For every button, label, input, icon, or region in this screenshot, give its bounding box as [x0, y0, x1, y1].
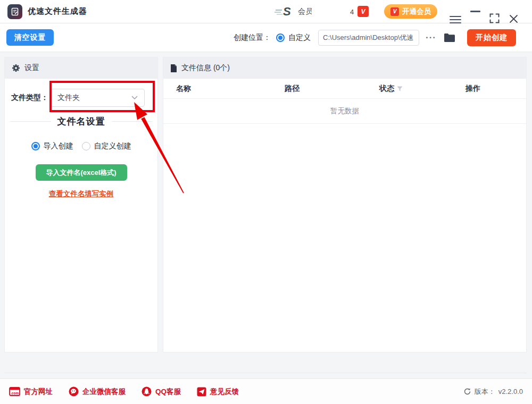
- gear-icon: [12, 64, 20, 72]
- custom-create-label: 自定义创建: [94, 141, 131, 151]
- footer-bar: .com 官方网址 企业微信客服 QQ客服 意见反馈: [0, 378, 532, 404]
- custom-location-radio[interactable]: [276, 33, 285, 42]
- start-create-button[interactable]: 开始创建: [467, 29, 516, 46]
- filter-funnel-icon[interactable]: [397, 86, 403, 91]
- bottom-divider: [4, 373, 527, 373]
- settings-panel-header: 设置: [5, 57, 157, 79]
- maximize-button[interactable]: [489, 6, 500, 30]
- column-header-status: 状态: [367, 84, 458, 94]
- settings-panel: 设置 文件类型： 文件夹 文件名设置 导入创建 自定义创建: [4, 57, 158, 352]
- version-info: 版本：v2.2.0.0: [463, 387, 523, 397]
- import-create-radio-circle[interactable]: [31, 142, 40, 150]
- custom-create-radio[interactable]: 自定义创建: [82, 141, 131, 151]
- titlebar: 优速文件生成器 S 会员 4 V V 开通会员: [0, 0, 532, 23]
- file-type-select[interactable]: 文件夹: [51, 89, 145, 107]
- settings-header-label: 设置: [24, 63, 39, 73]
- file-info-panel: 文件信息 (0个) 名称 路径 状态 操作 暂无数据: [163, 57, 527, 352]
- svg-text:S: S: [283, 5, 291, 18]
- file-info-label: 文件信息 (0个): [181, 63, 230, 73]
- membership-marquee-text: 会员: [298, 0, 312, 23]
- document-icon: [170, 64, 177, 72]
- view-example-link[interactable]: 查看文件名填写实例: [5, 189, 157, 199]
- column-header-path: 路径: [272, 84, 367, 94]
- window-title: 优速文件生成器: [28, 6, 87, 16]
- website-icon: .com: [9, 387, 20, 396]
- column-header-actions: 操作: [458, 84, 526, 94]
- qq-icon: [142, 386, 152, 397]
- file-type-row: 文件类型： 文件夹: [11, 89, 157, 107]
- open-folder-icon[interactable]: [444, 33, 455, 43]
- svg-text:.com: .com: [11, 391, 19, 395]
- speed-logo-icon: S: [275, 0, 296, 23]
- version-value: v2.2.0.0: [498, 388, 523, 395]
- chevron-down-icon: [131, 96, 138, 100]
- target-path-input[interactable]: [318, 30, 419, 46]
- file-type-label: 文件类型：: [11, 93, 48, 103]
- feedback-link[interactable]: 意见反馈: [197, 387, 239, 397]
- qq-service-link[interactable]: QQ客服: [142, 386, 181, 397]
- import-filenames-button[interactable]: 导入文件名(excel格式): [36, 164, 127, 181]
- feedback-icon: [197, 387, 206, 397]
- column-header-name: 名称: [163, 84, 272, 94]
- create-mode-radios: 导入创建 自定义创建: [5, 141, 157, 151]
- open-vip-button[interactable]: V 开通会员: [384, 4, 437, 19]
- import-create-radio[interactable]: 导入创建: [31, 141, 73, 151]
- filename-section-title: 文件名设置: [57, 115, 105, 128]
- refresh-icon[interactable]: [463, 388, 471, 395]
- wechat-icon: [69, 386, 79, 397]
- vip-icon: V: [390, 7, 399, 16]
- minimize-button[interactable]: [470, 11, 480, 12]
- app-logo-icon: [7, 4, 22, 19]
- clear-settings-button[interactable]: 清空设置: [6, 29, 54, 46]
- file-table-header: 名称 路径 状态 操作: [163, 79, 526, 99]
- file-type-selected-value: 文件夹: [57, 93, 131, 103]
- custom-create-radio-circle[interactable]: [82, 142, 90, 150]
- close-button[interactable]: [509, 7, 518, 30]
- custom-location-label: 自定义: [288, 33, 311, 43]
- open-vip-label: 开通会员: [402, 7, 431, 16]
- content-area: 设置 文件类型： 文件夹 文件名设置 导入创建 自定义创建: [0, 52, 532, 378]
- version-label: 版本：: [475, 387, 495, 397]
- wechat-service-link[interactable]: 企业微信客服: [69, 386, 126, 397]
- official-website-link[interactable]: .com 官方网址: [9, 387, 53, 397]
- vip-badge-icon: V: [358, 6, 369, 17]
- create-location-label: 创建位置：: [234, 33, 271, 43]
- menu-icon[interactable]: [450, 8, 461, 31]
- import-create-label: 导入创建: [44, 141, 73, 151]
- file-info-header: 文件信息 (0个): [163, 57, 526, 79]
- filename-section-divider: 文件名设置: [10, 115, 152, 128]
- empty-state: 暂无数据: [163, 99, 526, 124]
- browse-ellipsis-button[interactable]: ···: [426, 32, 436, 43]
- marquee-tail-text: 4: [350, 0, 354, 23]
